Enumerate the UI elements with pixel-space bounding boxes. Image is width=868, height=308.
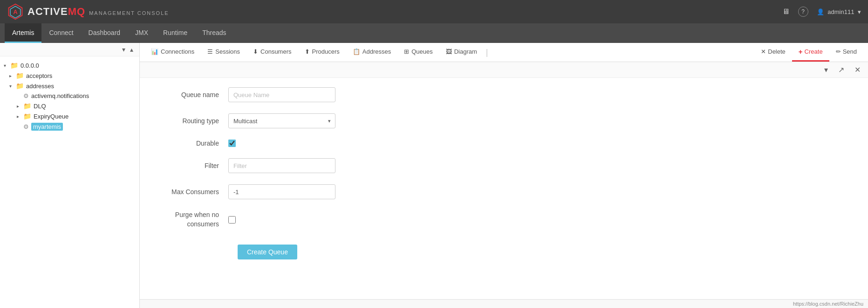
chevron-right-icon: ▸: [17, 104, 23, 109]
header: A ACTIVE MQ MANAGEMENT CONSOLE 🖥 ? 👤 adm…: [0, 0, 868, 23]
chevron-right-icon: ▸: [17, 114, 23, 119]
tab-producers[interactable]: ⬆ Producers: [298, 43, 346, 61]
chevron-down-icon: ▾: [9, 84, 16, 89]
tree-container: ▾ 📁 0.0.0.0 ▸ 📁 acceptors ▾ 📁 addresses …: [0, 56, 139, 136]
filter-input[interactable]: [228, 158, 335, 173]
max-consumers-input[interactable]: [228, 184, 335, 199]
tab-queues-label: Queues: [411, 48, 433, 55]
logo-mq-text: MQ: [68, 6, 85, 18]
sidebar-collapse-btn[interactable]: ▾: [120, 45, 128, 54]
nav-item-connect[interactable]: Connect: [41, 23, 81, 43]
tab-create-label: Create: [805, 48, 823, 55]
tab-delete[interactable]: ✕ Delete: [754, 43, 792, 61]
tab-send-label: Send: [843, 48, 857, 55]
durable-checkbox[interactable]: [228, 140, 236, 147]
tab-separator: |: [484, 48, 491, 57]
tab-consumers-label: Consumers: [260, 48, 291, 55]
tab-connections-label: Connections: [161, 48, 194, 55]
tab-addresses-label: Addresses: [362, 48, 391, 55]
purge-checkbox[interactable]: [228, 216, 236, 224]
chevron-down-icon: ▾: [4, 63, 10, 68]
tree-item-expiryqueue[interactable]: ▸ 📁 ExpiryQueue: [0, 111, 139, 121]
gear-icon: ⚙: [23, 92, 29, 99]
tree-item-root[interactable]: ▾ 📁 0.0.0.0: [0, 60, 139, 70]
tree-item-myartemis[interactable]: ⚙ myartemis: [0, 121, 139, 132]
monitor-icon[interactable]: 🖥: [782, 7, 790, 16]
queues-icon: ⊞: [404, 48, 409, 55]
folder-icon: 📁: [23, 112, 31, 120]
sidebar-controls: ▾ ▴: [0, 43, 139, 56]
panel-expand-btn[interactable]: ▾: [821, 64, 831, 75]
routing-type-select[interactable]: Multicast Anycast: [228, 113, 335, 128]
routing-type-label: Routing type: [154, 117, 228, 125]
logo-text: ACTIVE MQ MANAGEMENT CONSOLE: [27, 6, 169, 18]
queue-name-input[interactable]: [228, 87, 335, 102]
main-layout: ▾ ▴ ▾ 📁 0.0.0.0 ▸ 📁 acceptors ▾ 📁 addres…: [0, 43, 868, 308]
tab-addresses[interactable]: 📋 Addresses: [346, 43, 397, 61]
tree-item-addresses[interactable]: ▾ 📁 addresses: [0, 81, 139, 91]
form-row-routing-type: Routing type Multicast Anycast ▾: [154, 113, 854, 128]
form-row-create-button: Create Queue: [238, 240, 854, 259]
admin-user-menu[interactable]: 👤 admin111 ▾: [817, 8, 861, 15]
help-icon[interactable]: ?: [798, 7, 808, 17]
tab-diagram[interactable]: 🖼 Diagram: [439, 43, 484, 61]
tab-queues[interactable]: ⊞ Queues: [397, 43, 439, 61]
producers-icon: ⬆: [305, 48, 310, 55]
activemq-logo-icon: A: [7, 3, 24, 20]
sessions-icon: ☰: [207, 48, 213, 55]
logo-console-text: MANAGEMENT CONSOLE: [89, 10, 169, 16]
nav-item-dashboard[interactable]: Dashboard: [81, 23, 128, 43]
purge-label: Purge when no consumers: [154, 210, 228, 229]
nav-item-artemis[interactable]: Artemis: [5, 23, 41, 43]
user-icon: 👤: [817, 8, 824, 15]
queue-name-label: Queue name: [154, 91, 228, 98]
connections-icon: 📊: [151, 48, 158, 55]
tab-producers-label: Producers: [312, 48, 340, 55]
content-area: 📊 Connections ☰ Sessions ⬇ Consumers ⬆ P…: [140, 43, 868, 308]
tree-label-expiryqueue: ExpiryQueue: [34, 113, 68, 120]
sidebar: ▾ ▴ ▾ 📁 0.0.0.0 ▸ 📁 acceptors ▾ 📁 addres…: [0, 43, 140, 308]
user-caret-icon: ▾: [858, 8, 861, 15]
form-row-queue-name: Queue name: [154, 87, 854, 102]
status-url: https://blog.csdn.net/RichieZhu: [793, 301, 863, 307]
create-queue-button[interactable]: Create Queue: [238, 245, 297, 259]
sidebar-expand-btn[interactable]: ▴: [128, 45, 136, 54]
delete-icon: ✕: [761, 48, 766, 55]
nav-item-jmx[interactable]: JMX: [128, 23, 156, 43]
tree-label-root: 0.0.0.0: [21, 62, 39, 69]
tree-label-addresses: addresses: [26, 83, 54, 90]
tab-diagram-label: Diagram: [454, 48, 477, 55]
spacer: [17, 124, 23, 129]
header-right: 🖥 ? 👤 admin111 ▾: [782, 7, 861, 17]
gear-icon: ⚙: [23, 123, 29, 130]
tab-sessions[interactable]: ☰ Sessions: [201, 43, 246, 61]
tab-sessions-label: Sessions: [215, 48, 240, 55]
filter-label: Filter: [154, 162, 228, 169]
tab-send[interactable]: ✏ Send: [829, 43, 863, 61]
panel-controls: ▾ ↗ ✕: [140, 62, 868, 78]
durable-label: Durable: [154, 140, 228, 147]
tree-label-acceptors: acceptors: [26, 72, 52, 79]
tab-bar: 📊 Connections ☰ Sessions ⬇ Consumers ⬆ P…: [140, 43, 868, 62]
folder-icon: 📁: [23, 102, 31, 110]
panel-close-btn[interactable]: ✕: [852, 64, 863, 75]
nav-item-runtime[interactable]: Runtime: [156, 23, 195, 43]
navbar: Artemis Connect Dashboard JMX Runtime Th…: [0, 23, 868, 43]
form-row-durable: Durable: [154, 140, 854, 147]
create-icon: +: [799, 48, 803, 56]
tab-actions: ✕ Delete + Create ✏ Send: [754, 43, 863, 62]
form-row-max-consumers: Max Consumers: [154, 184, 854, 199]
tab-connections[interactable]: 📊 Connections: [144, 43, 201, 61]
panel-external-btn[interactable]: ↗: [835, 64, 847, 75]
tab-consumers[interactable]: ⬇ Consumers: [246, 43, 298, 61]
tree-item-dlq[interactable]: ▸ 📁 DLQ: [0, 101, 139, 111]
tree-item-acceptors[interactable]: ▸ 📁 acceptors: [0, 70, 139, 81]
form-area: Queue name Routing type Multicast Anycas…: [140, 78, 868, 299]
tab-delete-label: Delete: [768, 48, 786, 55]
tree-item-activemq-notifications[interactable]: ⚙ activemq.notifications: [0, 91, 139, 101]
nav-item-threads[interactable]: Threads: [195, 23, 233, 43]
form-row-purge: Purge when no consumers: [154, 210, 854, 229]
tab-create[interactable]: + Create: [792, 43, 829, 62]
tree-label-activemq-notifications: activemq.notifications: [31, 92, 89, 99]
diagram-icon: 🖼: [446, 48, 452, 55]
